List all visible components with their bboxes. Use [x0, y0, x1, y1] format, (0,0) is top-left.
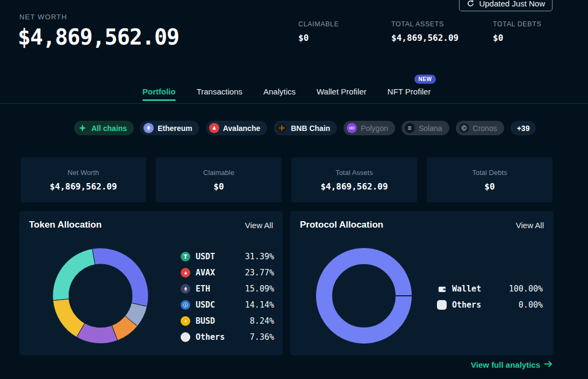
legend-name: ETH	[196, 284, 210, 294]
summary-card-net-worth: Net Worth $4,869,562.09	[20, 157, 146, 202]
solana-icon	[405, 123, 415, 133]
card-label: Claimable	[203, 169, 234, 177]
legend-name: BUSD	[196, 316, 215, 326]
card-label: Net Worth	[68, 169, 99, 177]
legend-pct: 15.09%	[245, 284, 274, 294]
chip-label: All chains	[91, 124, 127, 133]
legend-row-busd: BUSD 8.24%	[181, 313, 274, 329]
tab-nft-profiler[interactable]: NFT Profiler NEW	[388, 87, 431, 101]
legend-name: Others	[196, 332, 225, 342]
view-all-link[interactable]: View All	[245, 221, 273, 230]
chain-chip-all-chains[interactable]: All chains	[74, 121, 134, 135]
chain-chip-bnb-chain[interactable]: BNB Chain	[274, 121, 337, 135]
eth-icon	[181, 284, 190, 294]
new-badge: NEW	[414, 75, 436, 84]
tab-label: Transactions	[197, 87, 242, 96]
legend-pct: 7.36%	[250, 332, 274, 342]
usdt-icon: T	[181, 252, 190, 261]
panel-title: Token Allocation	[29, 220, 102, 230]
legend-pct: 0.00%	[519, 300, 543, 310]
view-full-analytics-link[interactable]: View full analytics	[471, 360, 553, 369]
refresh-button[interactable]: Updated Just Now	[459, 0, 553, 11]
protocol-legend: Wallet 100.00% Others 0.00%	[437, 281, 543, 313]
wallet-icon	[437, 284, 447, 294]
legend-pct: 100.00%	[509, 284, 543, 294]
legend-name: Others	[452, 300, 481, 310]
legend-row-eth: ETH 15.09%	[181, 281, 274, 297]
legend-pct: 14.14%	[245, 300, 274, 310]
tab-transactions[interactable]: Transactions	[197, 87, 242, 101]
link-label: View full analytics	[471, 360, 540, 369]
header-stat-total-assets: TOTAL ASSETS $4,869,562.09	[391, 20, 458, 43]
donut-slice-avax	[53, 249, 95, 300]
card-label: Total Assets	[335, 169, 372, 177]
avalanche-icon	[209, 123, 219, 133]
summary-card-total-debts: Total Debts $0	[427, 157, 553, 202]
others-icon	[181, 332, 190, 342]
chip-label: BNB Chain	[291, 124, 330, 133]
legend-row-others: Others 7.36%	[181, 329, 274, 345]
stat-value: $0	[493, 33, 541, 43]
chain-chip-ethereum[interactable]: Ethereum	[140, 121, 199, 135]
chip-label: Polygon	[361, 124, 388, 133]
stat-value: $4,869,562.09	[391, 33, 458, 43]
chip-label: Avalanche	[223, 124, 261, 133]
svg-text:$: $	[184, 303, 187, 307]
card-value: $4,869,562.09	[49, 181, 117, 192]
tab-label: Wallet Profiler	[317, 87, 367, 96]
chip-label: Cronos	[473, 124, 497, 133]
refresh-icon	[467, 0, 475, 8]
tab-label: NFT Profiler	[388, 87, 431, 96]
card-label: Total Debts	[472, 169, 507, 177]
token-allocation-panel: Token Allocation View All T USDT 31.39% …	[19, 211, 283, 355]
tab-label: Analytics	[263, 87, 296, 96]
legend-pct: 31.39%	[245, 252, 274, 261]
chain-chip-solana[interactable]: Solana	[401, 121, 449, 135]
legend-name: USDT	[196, 252, 215, 261]
stat-value: $0	[298, 33, 339, 43]
refresh-button-label: Updated Just Now	[479, 0, 545, 8]
chain-chip-polygon[interactable]: Polygon	[343, 121, 395, 135]
donut-slice-eth	[53, 299, 84, 337]
token-legend: T USDT 31.39% AVAX 23.77% ETH	[181, 249, 274, 345]
square-icon	[437, 300, 447, 310]
legend-pct: 8.24%	[250, 316, 274, 326]
stat-label: TOTAL ASSETS	[391, 20, 458, 28]
tab-analytics[interactable]: Analytics	[263, 87, 296, 101]
chain-chip-avalanche[interactable]: Avalanche	[206, 121, 268, 135]
legend-pct: 23.77%	[245, 268, 274, 278]
protocol-allocation-donut-chart[interactable]	[313, 245, 415, 347]
tab-label: Portfolio	[142, 87, 176, 96]
header-stat-total-debts: TOTAL DEBTS $0	[493, 20, 541, 43]
token-allocation-donut-chart[interactable]	[49, 245, 152, 347]
polygon-icon	[347, 123, 357, 133]
tab-portfolio[interactable]: Portfolio	[142, 87, 176, 101]
summary-card-total-assets: Total Assets $4,869,562.09	[291, 157, 417, 202]
cronos-icon	[459, 123, 469, 133]
legend-row-others: Others 0.00%	[437, 297, 543, 313]
chain-chip-cronos[interactable]: Cronos	[456, 121, 504, 135]
legend-row-usdc: $ USDC 14.14%	[181, 297, 274, 313]
tab-bar: Portfolio Transactions Analytics Wallet …	[142, 86, 431, 101]
net-worth-value: $4,869,562.09	[18, 25, 179, 49]
arrow-right-icon	[544, 360, 553, 369]
view-all-link[interactable]: View All	[516, 221, 544, 230]
legend-row-wallet: Wallet 100.00%	[437, 281, 543, 297]
chain-filter-bar: All chains Ethereum Avalanche	[74, 121, 536, 135]
protocol-allocation-panel: Protocol Allocation View All Wallet 100.…	[290, 211, 554, 355]
card-value: $0	[484, 181, 494, 192]
ethereum-icon	[144, 123, 154, 133]
tab-wallet-profiler[interactable]: Wallet Profiler	[317, 87, 367, 101]
legend-name: Wallet	[452, 284, 481, 294]
chain-chip-more[interactable]: +39	[511, 121, 536, 135]
donut-slice-usdt	[92, 248, 148, 307]
legend-row-usdt: T USDT 31.39%	[181, 249, 274, 265]
bnb-icon	[277, 123, 287, 133]
legend-row-avax: AVAX 23.77%	[181, 265, 274, 281]
chip-label: Solana	[419, 124, 442, 133]
stat-label: CLAIMABLE	[298, 20, 339, 28]
avax-icon	[181, 268, 190, 278]
busd-icon	[181, 316, 190, 326]
stat-label: TOTAL DEBTS	[493, 20, 541, 28]
header-stat-claimable: CLAIMABLE $0	[298, 20, 339, 43]
